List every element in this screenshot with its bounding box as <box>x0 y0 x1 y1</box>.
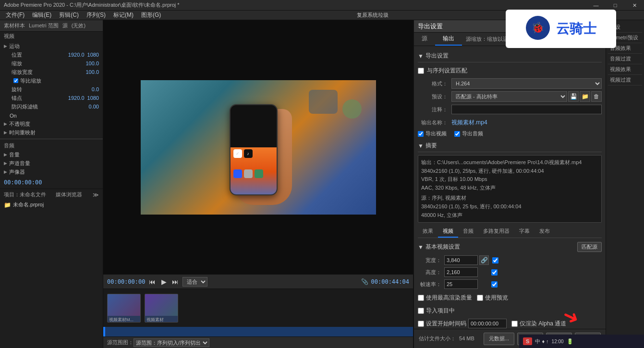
video-section-collapse[interactable]: ▼ <box>418 244 424 251</box>
motion-label: 运动 <box>9 43 99 50</box>
clips-area: 视频素材M... 44:04 视频素材 44:04 <box>103 288 413 327</box>
motion-arrow: ▶ <box>4 44 7 48</box>
use-preview-label: 使用预览 <box>485 294 508 302</box>
scale-width-label: 缩放宽度 <box>12 69 85 76</box>
effects-sidebar: 预设 Lumetri预设 音频效果 音频过渡 视频效果 视频过渡 <box>606 20 644 348</box>
effects-audio-transition[interactable]: 音频过渡 <box>608 54 642 64</box>
delete-preset-btn[interactable]: 🗑 <box>591 91 602 102</box>
opacity-label: 不透明度 <box>9 120 99 128</box>
fps-input[interactable] <box>444 279 478 289</box>
current-time: 00:00:00:00 <box>107 278 145 285</box>
menu-file[interactable]: 文件(F) <box>2 11 28 20</box>
source-select[interactable]: 源范围：序列切入/序列切出 <box>134 338 209 347</box>
menu-mark[interactable]: 标记(M) <box>109 11 137 20</box>
match-sequence-checkbox[interactable] <box>418 68 424 74</box>
import-preset-btn[interactable]: 📁 <box>580 91 590 102</box>
save-preset-btn[interactable]: 💾 <box>568 91 579 102</box>
tab-output[interactable]: 输出 <box>435 33 462 46</box>
equal-scale-checkbox[interactable] <box>13 78 18 83</box>
panel-tab-source[interactable]: 源 <box>62 22 68 29</box>
match-source-btn[interactable]: 匹配源 <box>577 242 602 252</box>
height-input[interactable] <box>444 267 478 277</box>
opacity-row[interactable]: ▶ 不透明度 <box>0 120 103 128</box>
basic-video-header: ▼ 基本视频设置 匹配源 <box>418 242 602 252</box>
maximize-button[interactable]: □ <box>606 0 625 11</box>
position-row[interactable]: 位置 1920.0 1080 <box>0 50 103 59</box>
prev-btn[interactable]: ⏮ <box>148 277 157 286</box>
minimize-button[interactable]: — <box>586 0 606 11</box>
fps-checkbox[interactable] <box>491 281 498 288</box>
panel-tab-none[interactable]: (无效) <box>72 22 85 29</box>
alpha-channel-checkbox[interactable] <box>511 321 518 327</box>
collapse-arrow[interactable]: ▼ <box>418 53 424 60</box>
start-time-checkbox[interactable] <box>418 321 424 327</box>
rotation-row[interactable]: 旋转 0.0 <box>0 85 103 94</box>
export-audio-checkbox[interactable] <box>454 131 460 137</box>
start-time-input[interactable] <box>468 319 507 328</box>
panner-arrow: ▶ <box>4 169 7 174</box>
format-select[interactable]: H.264 <box>451 78 602 89</box>
clip-thumb-1[interactable]: 视频素材M... 44:04 <box>107 294 141 323</box>
output-name-value[interactable]: 视频素材.mp4 <box>451 119 487 127</box>
tab-mux[interactable]: 多路复用器 <box>478 226 514 238</box>
fit-select[interactable]: 适合 <box>182 277 207 287</box>
rotation-value: 0.0 <box>92 86 99 92</box>
tab-audio[interactable]: 音频 <box>458 226 478 238</box>
summary-vbr: VBR, 1 次, 目标 10.00 Mbps <box>421 175 598 184</box>
use-preview-checkbox[interactable] <box>477 295 483 301</box>
tab-source[interactable]: 源 <box>414 33 435 46</box>
output-name-row: 输出名称： 视频素材.mp4 <box>418 117 602 128</box>
metadata-button[interactable]: 元数据... <box>484 333 514 345</box>
anchor-label: 锚点 <box>12 95 68 102</box>
comments-input[interactable] <box>451 105 602 114</box>
motion-row[interactable]: ▶ 运动 <box>0 42 103 50</box>
volume-row[interactable]: ▶ 音量 <box>0 150 103 159</box>
summary-source: 源：序列, 视频素材 <box>421 194 598 203</box>
flicker-row[interactable]: 防闪烁滤镜 0.00 <box>0 102 103 111</box>
clip-thumb-2[interactable]: 视频素材 44:04 <box>145 294 178 323</box>
height-checkbox[interactable] <box>491 269 498 276</box>
video-section-label: 视频 <box>0 32 103 41</box>
next-btn[interactable]: ⏭ <box>171 277 180 286</box>
menu-graphics[interactable]: 图形(G) <box>137 11 165 20</box>
scale-label: 缩放 <box>12 60 85 67</box>
project-panel-header: 项目：未命名文件 媒体浏览器 ≫ <box>0 189 103 200</box>
position-x: 1920.0 <box>68 52 85 58</box>
max-render-quality-checkbox[interactable] <box>418 295 424 301</box>
channel-vol-row[interactable]: ▶ 声道音量 <box>0 159 103 168</box>
summary-output-path: 输出：C:\Users\...ocuments\Adobe\Premiere P… <box>421 158 598 167</box>
window-controls[interactable]: — □ ✕ <box>586 0 644 11</box>
close-button[interactable]: ✕ <box>625 0 644 11</box>
menu-edit[interactable]: 编辑(E) <box>28 11 55 20</box>
import-project-checkbox[interactable] <box>418 308 424 314</box>
time-remap-row[interactable]: ▶ 时间重映射 <box>0 128 103 137</box>
panel-menu-btn[interactable]: ≫ <box>93 192 99 198</box>
link-dimensions-btn[interactable]: 🔗 <box>479 255 489 265</box>
fps-row: 帧速率： <box>418 279 602 289</box>
summary-collapse[interactable]: ▼ <box>418 143 424 149</box>
play-btn[interactable]: ▶ <box>159 277 168 286</box>
summary-audio: AAC, 320 Kbps, 48 kHz, 立体声 <box>421 184 598 192</box>
export-video-checkbox[interactable] <box>418 131 424 137</box>
effects-video-transition[interactable]: 视频过渡 <box>608 75 642 85</box>
preset-select[interactable]: 匹配源 - 高比特率 <box>451 91 567 102</box>
equal-scale-label: 等比缩放 <box>20 77 41 84</box>
tab-video[interactable]: 视频 <box>438 226 458 238</box>
width-checkbox[interactable] <box>492 257 498 264</box>
clip-icon: 📎 <box>361 278 368 285</box>
scale-width-row[interactable]: 缩放宽度 100.0 <box>0 68 103 76</box>
width-input[interactable] <box>444 255 478 265</box>
scale-row[interactable]: 缩放 100.0 <box>0 59 103 68</box>
panel-tab-lumetri[interactable]: Lumetri 范围 <box>29 22 59 29</box>
export-audio-item: 导出音频 <box>454 130 483 137</box>
panner-row[interactable]: ▶ 声像器 <box>0 168 103 176</box>
menu-sequence[interactable]: 序列(S) <box>83 11 109 20</box>
tab-effects[interactable]: 效果 <box>418 226 438 238</box>
tab-captions[interactable]: 字幕 <box>514 226 535 238</box>
anchor-row[interactable]: 锚点 1920.0 1080 <box>0 94 103 102</box>
panel-tab-material[interactable]: 素材样本 <box>4 22 25 29</box>
motion-group: ▶ 运动 位置 1920.0 1080 缩放 100.0 缩放宽度 100.0 … <box>0 41 103 112</box>
menu-clip[interactable]: 剪辑(C) <box>55 11 83 20</box>
effects-video-fx[interactable]: 视频效果 <box>608 64 642 75</box>
tab-publish[interactable]: 发布 <box>535 226 555 238</box>
